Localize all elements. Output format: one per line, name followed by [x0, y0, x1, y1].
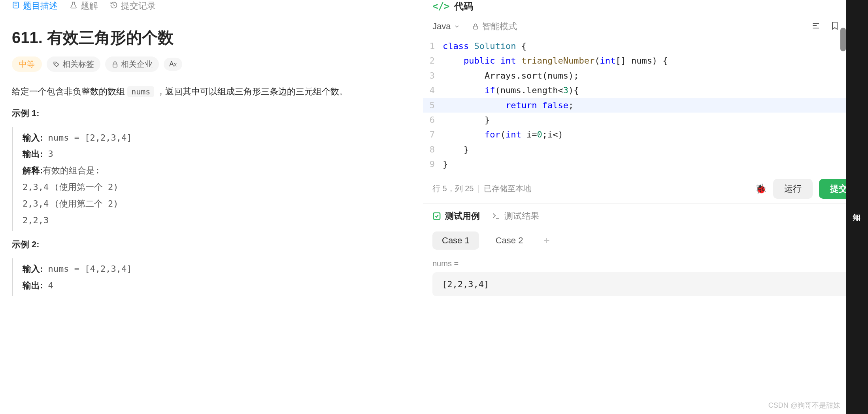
- case-tab-1[interactable]: Case 1: [432, 231, 479, 250]
- save-status: 已存储至本地: [484, 183, 531, 194]
- example-title: 示例 1:: [12, 107, 411, 119]
- line-number: 7: [423, 127, 443, 142]
- line-number: 3: [423, 68, 443, 83]
- code-line[interactable]: 9}: [423, 157, 868, 171]
- line-content[interactable]: public int triangleNumber(int[] nums) {: [443, 53, 868, 68]
- tab-testresults[interactable]: 测试结果: [492, 210, 539, 222]
- check-square-icon: [432, 212, 441, 220]
- code-line[interactable]: 5 return false;: [423, 98, 868, 113]
- status-bar: 行 5，列 25 | 已存储至本地 🐞 运行 提交: [423, 174, 868, 203]
- testresults-label: 测试结果: [504, 210, 539, 222]
- example-2: 示例 2: 输入: nums = [4,2,3,4] 输出: 4: [4, 231, 419, 296]
- case-tabs: Case 1 Case 2 +: [432, 231, 859, 250]
- tab-description[interactable]: 题目描述: [12, 0, 58, 12]
- line-content[interactable]: }: [443, 113, 868, 127]
- code-line[interactable]: 2 public int triangleNumber(int[] nums) …: [423, 53, 868, 68]
- code-editor[interactable]: 1class Solution {2 public int triangleNu…: [423, 36, 868, 174]
- test-tabs: 测试用例 测试结果: [432, 210, 859, 222]
- line-content[interactable]: for(int i=0;i<): [443, 127, 868, 142]
- terminal-icon: [492, 212, 500, 220]
- format-icon[interactable]: [811, 21, 821, 32]
- code-toolbar: Java 智能模式: [423, 17, 868, 36]
- problem-panel: 题目描述 题解 提交记录 611. 有效三角形的个数 中等 相关标签: [0, 0, 423, 414]
- tags-label: 相关标签: [62, 59, 94, 70]
- example-block: 输入: nums = [2,2,3,4] 输出: 3 解释:有效的组合是: 2,…: [12, 127, 411, 231]
- font-size-button[interactable]: Ax: [164, 58, 182, 71]
- lock-icon: [472, 23, 479, 30]
- line-content[interactable]: if(nums.length<3){: [443, 83, 868, 98]
- watermark: CSDN @狗哥不是甜妹: [768, 401, 840, 410]
- history-icon: [110, 1, 118, 11]
- left-tabs: 题目描述 题解 提交记录: [4, 0, 419, 15]
- code-line[interactable]: 3 Arrays.sort(nums);: [423, 68, 868, 83]
- language-selector[interactable]: Java: [432, 21, 460, 32]
- line-number: 4: [423, 83, 443, 98]
- tab-submissions-label: 提交记录: [121, 0, 156, 12]
- problem-description: 给定一个包含非负整数的数组 nums ，返回其中可以组成三角形三条边的三元组个数…: [4, 84, 419, 100]
- right-sidebar-sliver: 年知: [846, 0, 868, 414]
- smart-mode-label: 智能模式: [482, 21, 517, 32]
- line-number: 9: [423, 157, 443, 171]
- line-content[interactable]: return false;: [443, 98, 868, 113]
- tab-testcases[interactable]: 测试用例: [432, 210, 480, 222]
- line-content[interactable]: }: [443, 157, 868, 171]
- bookmark-icon[interactable]: [830, 21, 840, 32]
- tab-description-label: 题目描述: [23, 0, 58, 12]
- difficulty-badge: 中等: [12, 56, 42, 72]
- code-header-label: 代码: [454, 0, 473, 13]
- test-panel: 测试用例 测试结果 Case 1 Case 2 + nums = [2,2,3,…: [423, 203, 868, 303]
- description-icon: [12, 1, 20, 11]
- test-input-label: nums =: [432, 259, 859, 268]
- code-line[interactable]: 6 }: [423, 113, 868, 127]
- line-content[interactable]: }: [443, 142, 868, 157]
- code-line[interactable]: 1class Solution {: [423, 39, 868, 53]
- debug-icon[interactable]: 🐞: [755, 183, 767, 194]
- example-1: 示例 1: 输入: nums = [2,2,3,4] 输出: 3 解释:有效的组…: [4, 100, 419, 231]
- example-title: 示例 2:: [12, 239, 411, 250]
- cursor-position: 行 5，列 25: [432, 183, 474, 194]
- line-content[interactable]: Arrays.sort(nums);: [443, 68, 868, 83]
- code-line[interactable]: 7 for(int i=0;i<): [423, 127, 868, 142]
- smart-mode-toggle[interactable]: 智能模式: [472, 21, 517, 32]
- inline-code: nums: [127, 86, 154, 97]
- example-block: 输入: nums = [4,2,3,4] 输出: 4: [12, 258, 411, 296]
- line-number: 6: [423, 113, 443, 127]
- problem-title: 611. 有效三角形的个数: [4, 15, 419, 56]
- svg-rect-5: [113, 64, 117, 67]
- test-input-value[interactable]: [2,2,3,4]: [432, 272, 859, 296]
- tags-row: 中等 相关标签 相关企业 Ax: [4, 56, 419, 84]
- lock-icon: [111, 61, 119, 68]
- line-number: 8: [423, 142, 443, 157]
- language-label: Java: [432, 21, 451, 32]
- chevron-down-icon: [454, 23, 460, 30]
- flask-icon: [70, 1, 77, 11]
- tags-button[interactable]: 相关标签: [47, 56, 100, 72]
- line-number: 5: [423, 98, 443, 113]
- line-content[interactable]: class Solution {: [443, 39, 868, 53]
- line-number: 1: [423, 39, 443, 53]
- tab-submissions[interactable]: 提交记录: [110, 0, 156, 12]
- companies-label: 相关企业: [121, 59, 153, 70]
- code-panel: </> 代码 Java 智能模式: [423, 0, 868, 414]
- code-icon: </>: [432, 1, 449, 12]
- code-header: </> 代码: [423, 0, 868, 17]
- testcases-label: 测试用例: [445, 210, 480, 222]
- line-number: 2: [423, 53, 443, 68]
- run-button[interactable]: 运行: [773, 179, 813, 199]
- tab-solution-label: 题解: [81, 0, 98, 12]
- companies-button[interactable]: 相关企业: [105, 56, 159, 72]
- tag-icon: [53, 61, 60, 68]
- code-line[interactable]: 4 if(nums.length<3){: [423, 83, 868, 98]
- svg-rect-6: [474, 26, 478, 29]
- tab-solution[interactable]: 题解: [70, 0, 98, 12]
- add-case-button[interactable]: +: [540, 234, 553, 247]
- code-line[interactable]: 8 }: [423, 142, 868, 157]
- svg-point-4: [55, 63, 56, 64]
- scrollbar-thumb[interactable]: [840, 28, 846, 51]
- case-tab-2[interactable]: Case 2: [486, 231, 533, 250]
